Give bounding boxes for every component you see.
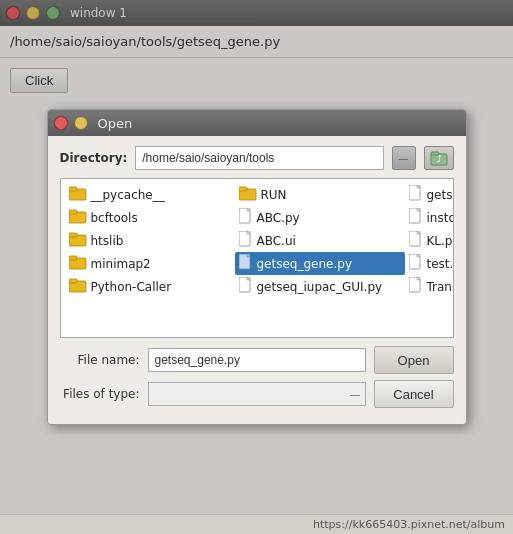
filename-row: File name: Open [60, 346, 454, 374]
svg-rect-8 [69, 233, 77, 237]
svg-text:⤴: ⤴ [436, 154, 441, 164]
file-column-2: RUN ABC.py [235, 183, 405, 298]
list-item[interactable]: minimap2 [65, 252, 235, 275]
file-column-3: getseq_iupac... instool.py [405, 183, 454, 298]
collapse-btn[interactable]: — [392, 146, 416, 170]
file-icon [239, 231, 253, 250]
directory-input[interactable] [135, 146, 383, 170]
list-item[interactable]: __pycache__ [65, 183, 235, 206]
open-dialog: Open Directory: — ⤴ [47, 109, 467, 425]
status-bar: https://kk665403.pixnet.net/album [0, 514, 513, 534]
file-icon [409, 231, 423, 250]
list-item[interactable]: ABC.py [235, 206, 405, 229]
dialog-body: Directory: — ⤴ [48, 136, 466, 424]
list-item[interactable]: ABC.ui [235, 229, 405, 252]
file-icon [409, 185, 423, 204]
file-icon [409, 208, 423, 227]
main-window: window 1 /home/saio/saioyan/tools/getseq… [0, 0, 513, 534]
svg-rect-14 [239, 187, 247, 191]
dialog-close-button[interactable] [54, 116, 68, 130]
list-item[interactable]: instool.py [405, 206, 454, 229]
svg-rect-6 [69, 210, 77, 214]
folder-icon [239, 185, 257, 204]
filename-input[interactable] [148, 348, 366, 372]
list-item[interactable]: KL.py [405, 229, 454, 252]
list-item[interactable]: Translation_v... [405, 275, 454, 298]
cancel-button[interactable]: Cancel [374, 380, 454, 408]
svg-rect-12 [69, 279, 77, 283]
list-item[interactable]: getseq_iupac_GUI.py [235, 275, 405, 298]
folder-icon [69, 185, 87, 204]
navigate-btn[interactable]: ⤴ [424, 146, 454, 170]
folder-icon [69, 231, 87, 250]
folder-icon [69, 277, 87, 296]
list-item[interactable]: Python-Caller [65, 275, 235, 298]
filetype-label: Files of type: [60, 387, 140, 401]
list-item-selected[interactable]: getseq_gene.py [235, 252, 405, 275]
dialog-minimize-button[interactable] [74, 116, 88, 130]
dialog-title-bar: Open [48, 110, 466, 136]
directory-label: Directory: [60, 151, 128, 165]
dialog-title: Open [98, 116, 133, 131]
file-list-container[interactable]: __pycache__ bcftools [60, 178, 454, 338]
directory-row: Directory: — ⤴ [60, 146, 454, 170]
list-item[interactable]: test.py [405, 252, 454, 275]
filetype-row: Files of type: — Cancel [60, 380, 454, 408]
file-icon [239, 254, 253, 273]
filename-label: File name: [60, 353, 140, 367]
list-item[interactable]: getseq_iupac... [405, 183, 454, 206]
folder-icon [69, 208, 87, 227]
file-icon [239, 208, 253, 227]
list-item[interactable]: bcftools [65, 206, 235, 229]
folder-icon [69, 254, 87, 273]
file-icon [239, 277, 253, 296]
svg-rect-10 [69, 256, 77, 260]
list-item[interactable]: RUN [235, 183, 405, 206]
svg-rect-4 [69, 187, 77, 191]
file-list: __pycache__ bcftools [61, 179, 454, 302]
file-column-1: __pycache__ bcftools [65, 183, 235, 298]
file-icon [409, 254, 423, 273]
status-url: https://kk665403.pixnet.net/album [313, 518, 505, 531]
dialog-backdrop: Open Directory: — ⤴ [0, 0, 513, 534]
filetype-collapse: — [350, 388, 361, 401]
file-icon [409, 277, 423, 296]
list-item[interactable]: htslib [65, 229, 235, 252]
open-button[interactable]: Open [374, 346, 454, 374]
